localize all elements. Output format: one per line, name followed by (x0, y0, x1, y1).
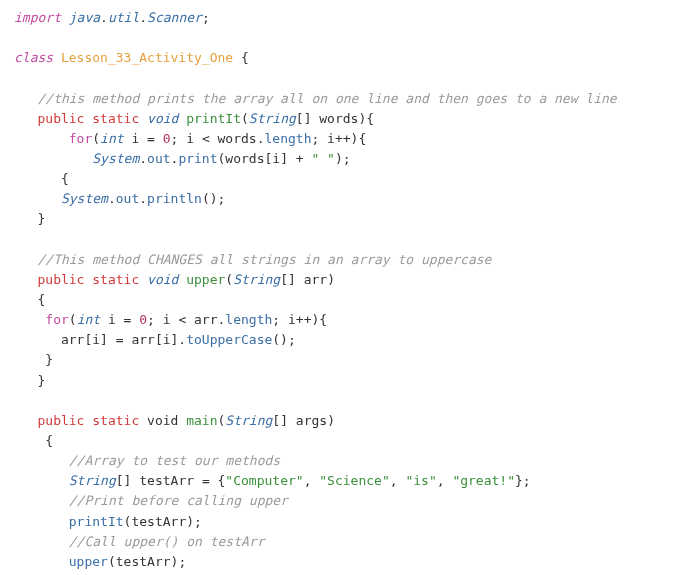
token-type: String (69, 473, 116, 488)
token-op: = (147, 131, 155, 146)
code-line: //Print before calling upper (14, 493, 288, 508)
token-punct: { (14, 171, 69, 186)
token-punct: ){ (358, 111, 374, 126)
token-kw-void: void (147, 272, 178, 287)
token-punct: (testArr); (108, 554, 186, 569)
token-var: args (296, 413, 327, 428)
token-punct (14, 453, 69, 468)
token-op: + (296, 151, 304, 166)
token-punct: (testArr); (124, 514, 202, 529)
token-punct: , (390, 473, 406, 488)
token-punct (61, 10, 69, 25)
code-line: } (14, 211, 45, 226)
code-line: System.out.print(words[i] + " "); (14, 151, 351, 166)
code-line: //This method CHANGES all strings in an … (14, 252, 491, 267)
token-punct (14, 131, 69, 146)
token-punct: { (14, 292, 45, 307)
token-punct (53, 50, 61, 65)
token-sysclass: System (61, 191, 108, 206)
token-method-def: printIt (186, 111, 241, 126)
token-punct: ; i (272, 312, 295, 327)
token-kw-static: static (92, 413, 139, 428)
token-punct: ; i (147, 312, 178, 327)
token-punct (14, 191, 61, 206)
token-punct: ; i (311, 131, 334, 146)
token-punct: ( (225, 272, 233, 287)
code-line: public static void printIt(String[] word… (14, 111, 374, 126)
token-punct: . (139, 151, 147, 166)
code-line: } (14, 373, 45, 388)
token-punct (14, 473, 69, 488)
token-kw-for: for (69, 131, 92, 146)
code-line: arr[i] = arr[i].toUpperCase(); (14, 332, 296, 347)
token-var: void (147, 413, 178, 428)
token-punct: . (139, 10, 147, 25)
token-prop: length (265, 131, 312, 146)
token-punct: ; i (171, 131, 202, 146)
token-punct: ( (241, 111, 249, 126)
token-punct: { (14, 433, 53, 448)
code-line: String[] testArr = {"Computer", "Science… (14, 473, 531, 488)
code-line: import java.util.Scanner; (14, 10, 210, 25)
token-var: arr (304, 272, 327, 287)
token-comment: //Array to test our methods (69, 453, 280, 468)
token-punct: [] (296, 111, 319, 126)
token-punct: arr[i]. (124, 332, 187, 347)
token-punct: [] (116, 473, 139, 488)
token-method-def: upper (186, 272, 225, 287)
token-punct (14, 312, 45, 327)
code-line: printIt(testArr); (14, 514, 202, 529)
code-line: } (14, 352, 53, 367)
code-line: class Lesson_33_Activity_One { (14, 50, 249, 65)
code-line: public static void upper(String[] arr) (14, 272, 335, 287)
token-prop: out (116, 191, 139, 206)
token-punct: ; (202, 10, 210, 25)
token-punct: words (210, 131, 257, 146)
token-kw-public: public (37, 272, 84, 287)
token-punct: ( (69, 312, 77, 327)
token-punct (14, 413, 37, 428)
token-kw-for: for (45, 312, 68, 327)
token-type: String (249, 111, 296, 126)
token-method: upper (69, 554, 108, 569)
token-punct: ){ (311, 312, 327, 327)
token-punct (14, 272, 37, 287)
token-comment: //This method CHANGES all strings in an … (37, 252, 491, 267)
token-sysclass: System (92, 151, 139, 166)
token-str: "Computer" (225, 473, 303, 488)
token-comment: //this method prints the array all on on… (37, 91, 616, 106)
token-punct: , (437, 473, 453, 488)
token-punct: [] (280, 272, 303, 287)
token-punct (139, 272, 147, 287)
token-punct (139, 413, 147, 428)
token-punct: } (14, 373, 45, 388)
code-block: import java.util.Scanner; class Lesson_3… (14, 8, 686, 575)
code-line: upper(testArr); (14, 554, 186, 569)
token-punct: ){ (351, 131, 367, 146)
token-punct: }; (515, 473, 531, 488)
token-punct: . (100, 10, 108, 25)
token-num: 0 (139, 312, 147, 327)
code-line: for(int i = 0; i < words.length; i++){ (14, 131, 366, 146)
token-punct: i (100, 312, 123, 327)
token-punct: . (108, 191, 116, 206)
token-punct: ( (92, 131, 100, 146)
token-punct (14, 554, 69, 569)
token-op: ++ (296, 312, 312, 327)
token-punct (14, 91, 37, 106)
token-punct: . (139, 191, 147, 206)
token-prop: length (225, 312, 272, 327)
token-method: println (147, 191, 202, 206)
token-punct (155, 131, 163, 146)
token-op: < (202, 131, 210, 146)
token-punct (14, 514, 69, 529)
token-punct: (); (272, 332, 295, 347)
token-str: "is" (405, 473, 436, 488)
token-kw-int: int (77, 312, 100, 327)
token-punct: . (257, 131, 265, 146)
token-str: "great!" (452, 473, 515, 488)
token-punct (139, 111, 147, 126)
token-pkg: java (69, 10, 100, 25)
token-punct (14, 252, 37, 267)
token-punct: ) (327, 413, 335, 428)
